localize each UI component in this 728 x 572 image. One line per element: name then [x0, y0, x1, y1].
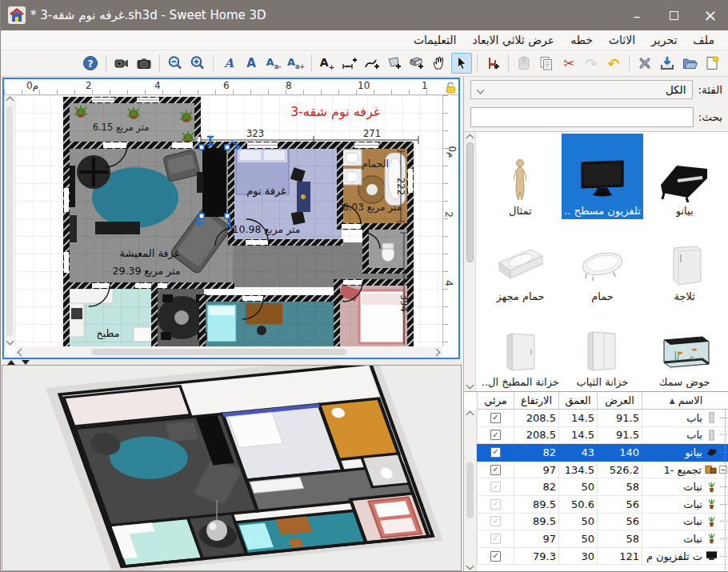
toolbar-new-button[interactable] — [702, 53, 722, 74]
scroll-down-icon[interactable] — [6, 338, 14, 346]
visible-checkbox[interactable]: ✓ — [490, 413, 501, 423]
living-area-label[interactable]: 29.39 متر مربع — [113, 265, 181, 278]
toolbar-pan-button[interactable] — [429, 53, 450, 74]
visible-checkbox[interactable]: ✓ — [490, 534, 501, 544]
scroll-left-icon[interactable] — [18, 348, 26, 356]
toolbar-save-button[interactable] — [657, 53, 678, 74]
menu-plan[interactable]: خطه — [562, 32, 601, 48]
visible-checkbox[interactable]: ✓ — [490, 551, 501, 562]
catalog-item-aquarium[interactable]: حوض سمك — [643, 305, 726, 390]
toolbar-add-furniture-button[interactable] — [482, 53, 503, 74]
toolbar-select-button[interactable] — [451, 53, 472, 74]
menu-file[interactable]: ملف — [685, 32, 722, 48]
dim-271[interactable]: 271 — [363, 128, 381, 139]
catalog-item-tv[interactable]: تلفزيون مسطح .. — [562, 134, 644, 219]
toolbar-create-video-button[interactable] — [111, 53, 132, 74]
bathroom-label[interactable]: الحمام — [362, 158, 389, 170]
table-scrollbar[interactable] — [464, 410, 477, 571]
furniture-row[interactable]: ✓975058نبات — [477, 530, 728, 548]
furniture-row[interactable]: ✓89.550.656نبات — [477, 496, 728, 514]
furniture-row[interactable]: ✓208.514.591.5باب — [477, 427, 728, 445]
visible-checkbox[interactable]: ✓ — [490, 430, 501, 440]
visible-checkbox[interactable]: ✓ — [490, 499, 501, 510]
balcony-area-label[interactable]: 6.15 متر مربع — [93, 122, 150, 134]
catalog-item-wardrobe[interactable]: خزانة الثياب — [562, 305, 644, 390]
plan-horizontal-scrollbar[interactable] — [15, 346, 442, 358]
catalog-item-piano[interactable]: بيانو — [643, 134, 726, 219]
scroll-thumb[interactable] — [91, 349, 346, 355]
view-3d[interactable] — [2, 365, 462, 571]
visible-checkbox[interactable]: ✓ — [490, 447, 501, 458]
scroll-down-icon[interactable] — [466, 382, 474, 390]
collapse-group-toggle[interactable]: − — [719, 466, 727, 474]
visible-checkbox[interactable]: ✓ — [490, 465, 501, 475]
column-header-height[interactable]: الارتفاع — [514, 392, 558, 410]
furniture-row[interactable]: ✓97134.5526.2−تجميع -1 — [477, 462, 728, 479]
plan-view[interactable]: م02468101 م024 — [2, 78, 460, 359]
collapse-down-icon[interactable] — [22, 360, 30, 365]
kitchen-label[interactable]: مطبخ — [97, 327, 120, 339]
toolbar-open-button[interactable] — [679, 53, 700, 74]
column-header-width[interactable]: العرض — [597, 392, 642, 410]
menu-help[interactable]: التعليمات — [406, 32, 465, 48]
bedroom-label[interactable]: غرفة نوم — [246, 185, 286, 198]
toolbar-increase-text-size-button[interactable]: Aa+ — [286, 53, 306, 74]
category-combobox[interactable]: الكل — [470, 80, 693, 99]
toolbar-create-rooms-button[interactable] — [384, 53, 405, 74]
scroll-thumb[interactable] — [466, 462, 474, 518]
furniture-row[interactable]: ✓8243140بيانو — [477, 444, 728, 462]
toolbar-preferences-button[interactable] — [634, 53, 655, 74]
toolbar-paste-button[interactable] — [514, 53, 534, 74]
toolbar-copy-button[interactable] — [536, 53, 557, 74]
dim-323[interactable]: 323 — [246, 128, 264, 139]
toolbar-zoom-out-button[interactable] — [165, 53, 186, 74]
scroll-thumb[interactable] — [6, 106, 13, 336]
catalog-item-bathtub[interactable]: حمام — [562, 219, 644, 305]
dim-222[interactable]: 222 — [395, 178, 406, 195]
toolbar-zoom-in-button[interactable] — [187, 53, 208, 74]
catalog-item-bathtub-rect[interactable]: حمام مجهز — [479, 219, 562, 305]
toolbar-create-walls-button[interactable] — [406, 53, 427, 74]
toolbar-undo-button[interactable]: ↶ — [603, 53, 624, 74]
plan-title[interactable]: 3-غرفه نوم شقه — [290, 104, 380, 120]
scroll-up-icon[interactable] — [466, 411, 474, 419]
visible-checkbox[interactable]: ✓ — [490, 516, 501, 526]
toolbar-redo-button[interactable]: ↷ — [581, 53, 602, 74]
maximize-button[interactable] — [655, 0, 692, 30]
living-room-label[interactable]: غرفة المعيشة — [119, 247, 179, 260]
close-button[interactable]: × — [692, 0, 728, 30]
plan-vertical-scrollbar[interactable] — [4, 95, 15, 346]
furniture-row[interactable]: ✓79.330121ت تلفزيون م — [477, 548, 728, 566]
toolbar-create-polylines-button[interactable] — [362, 53, 382, 74]
column-header-depth[interactable]: العمق — [558, 392, 597, 410]
menu-3d-view[interactable]: عرض ثلاثي الابعاد — [464, 32, 562, 48]
furniture-row[interactable]: ✓825058نبات — [477, 478, 728, 496]
scroll-thumb[interactable] — [466, 142, 474, 262]
collapse-up-icon[interactable] — [7, 360, 15, 365]
toolbar-add-text-button[interactable]: A+ — [317, 53, 338, 74]
plan-canvas[interactable]: 3-غرفه نوم شقه 323 271 222 394 6.15 متر … — [15, 95, 442, 346]
visible-checkbox[interactable]: ✓ — [490, 482, 501, 492]
toolbar-italic-button[interactable]: A — [218, 53, 239, 74]
toolbar-decrease-text-size-button[interactable]: Aa- — [263, 53, 284, 74]
toolbar-create-dimensions-button[interactable] — [339, 53, 360, 74]
furniture-row[interactable]: ✓89.55056نبات — [477, 514, 728, 531]
column-header-name[interactable]: الاسم ▲ — [642, 392, 728, 410]
toolbar-cut-button[interactable]: ✂ — [558, 53, 579, 74]
menu-furniture[interactable]: الاثاث — [601, 32, 643, 48]
minimize-button[interactable]: – — [618, 0, 655, 30]
bedroom-area-label[interactable]: 10.98 متر مربع — [233, 223, 301, 236]
scroll-up-icon[interactable] — [466, 134, 474, 142]
column-header-visible[interactable]: مرئي — [477, 392, 514, 410]
search-input[interactable] — [470, 107, 694, 127]
split-pane-divider[interactable] — [1, 359, 462, 365]
scroll-right-icon[interactable] — [433, 348, 441, 356]
bathroom-area-label[interactable]: 6.03 متر مربع — [342, 202, 402, 214]
furniture-row[interactable]: ✓208.514.591.5باب — [477, 410, 728, 427]
dim-394[interactable]: 394 — [398, 294, 410, 312]
catalog-item-kitchen-cabinet[interactable]: خزانة المطبخ ال.. — [479, 305, 562, 390]
scroll-up-icon[interactable] — [6, 97, 14, 105]
scroll-down-icon[interactable] — [466, 562, 474, 570]
catalog-item-mannequin[interactable]: تمثال — [479, 134, 562, 219]
catalog-item-fridge[interactable]: ثلاجة — [643, 219, 726, 305]
